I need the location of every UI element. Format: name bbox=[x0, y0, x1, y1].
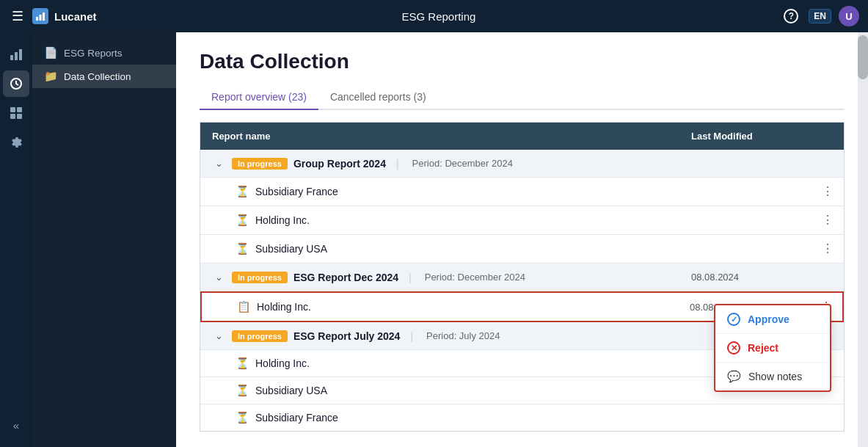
row-name-cell: ⏳ Subsidiary USA bbox=[200, 377, 679, 404]
sidebar-icon-settings[interactable] bbox=[3, 129, 29, 156]
row-actions-cell: ⋮ bbox=[812, 206, 844, 234]
header-last-modified: Last Modified bbox=[679, 123, 812, 150]
sidebar-item-data-collection[interactable]: 📁 Data Collection bbox=[32, 65, 176, 88]
approve-icon: ✓ bbox=[727, 313, 740, 326]
main-content: Data Collection Report overview (23) Can… bbox=[176, 32, 868, 447]
sub-report-name: Holding Inc. bbox=[255, 357, 310, 369]
status-badge: In progress bbox=[232, 330, 288, 342]
text-sidebar: 📄 ESG Reports 📁 Data Collection bbox=[32, 32, 176, 447]
help-button[interactable]: ? bbox=[781, 6, 801, 26]
scrollbar[interactable] bbox=[858, 32, 868, 447]
period-label: Period: December 2024 bbox=[412, 158, 513, 169]
more-actions-button[interactable]: ⋮ bbox=[819, 213, 836, 228]
group-report-label: ESG Report Dec 2024 bbox=[293, 272, 398, 283]
row-actions-cell bbox=[812, 271, 844, 284]
sub-report-name: Holding Inc. bbox=[255, 214, 310, 226]
svg-rect-7 bbox=[10, 107, 15, 112]
row-name-cell: ⏳ Subsidiary France bbox=[200, 404, 679, 431]
row-name-cell: ⌄ In progress ESG Report July 2024 | Per… bbox=[200, 322, 679, 349]
app-logo: Lucanet bbox=[32, 8, 97, 24]
clock-icon: ⏳ bbox=[236, 242, 249, 255]
row-modified-cell bbox=[679, 411, 812, 424]
document-icon: 📋 bbox=[237, 300, 251, 313]
row-name-cell: ⏳ Holding Inc. bbox=[200, 350, 679, 377]
table-header-row: Report name Last Modified bbox=[200, 123, 844, 150]
tab-cancelled-reports[interactable]: Cancelled reports (3) bbox=[318, 85, 438, 110]
row-actions-cell bbox=[812, 157, 844, 170]
svg-rect-9 bbox=[10, 114, 15, 119]
sidebar-icon-grid[interactable] bbox=[3, 100, 29, 126]
row-modified-cell bbox=[679, 157, 812, 170]
sub-report-name: Subsidiary USA bbox=[255, 385, 327, 396]
svg-rect-5 bbox=[19, 49, 22, 60]
sub-report-name: Subsidiary USA bbox=[255, 243, 327, 255]
notes-icon: 💬 bbox=[727, 370, 741, 383]
svg-rect-4 bbox=[15, 52, 18, 60]
table-row: ⏳ Holding Inc. ⋮ bbox=[200, 206, 844, 235]
status-badge: In progress bbox=[232, 272, 288, 283]
row-name-cell: 📋 Holding Inc. bbox=[202, 294, 678, 320]
sidebar-item-data-collection-label: Data Collection bbox=[64, 71, 131, 82]
sidebar-icon-esg[interactable] bbox=[3, 70, 29, 97]
table-row: ⌄ In progress ESG Report Dec 2024 | Peri… bbox=[200, 264, 844, 291]
row-name-cell: ⏳ Subsidiary USA bbox=[200, 236, 679, 262]
period-label: Period: December 2024 bbox=[425, 272, 525, 283]
topnav-actions: ? EN U bbox=[781, 6, 859, 26]
clock-icon: ⏳ bbox=[236, 357, 249, 370]
row-name-cell: ⌄ In progress Group Report 2024 | Period… bbox=[200, 150, 679, 177]
row-actions-cell: ⋮ bbox=[812, 178, 844, 206]
language-selector[interactable]: EN bbox=[809, 9, 831, 23]
svg-rect-2 bbox=[43, 12, 45, 21]
tab-report-overview[interactable]: Report overview (23) bbox=[200, 85, 318, 110]
group-report-label: ESG Report July 2024 bbox=[293, 330, 401, 342]
sub-report-name: Holding Inc. bbox=[257, 301, 311, 313]
svg-rect-3 bbox=[10, 55, 13, 60]
row-actions-cell: ⋮ bbox=[812, 235, 844, 263]
user-avatar[interactable]: U bbox=[839, 6, 859, 26]
logo-icon bbox=[32, 8, 48, 24]
row-modified-cell bbox=[679, 185, 812, 198]
main-layout: « 📄 ESG Reports 📁 Data Collection Data C… bbox=[0, 32, 868, 447]
clock-icon: ⏳ bbox=[236, 384, 249, 397]
status-badge: In progress bbox=[232, 158, 288, 170]
sidebar-collapse-button[interactable]: « bbox=[3, 412, 29, 438]
hamburger-menu-button[interactable]: ☰ bbox=[9, 5, 26, 27]
table-row: ⌄ In progress Group Report 2024 | Period… bbox=[200, 150, 844, 178]
clock-icon: ⏳ bbox=[236, 185, 249, 198]
esg-reports-icon: 📄 bbox=[44, 46, 58, 59]
svg-rect-10 bbox=[17, 114, 22, 119]
icon-sidebar: « bbox=[0, 32, 32, 447]
sidebar-icon-charts[interactable] bbox=[3, 41, 29, 68]
app-name-label: Lucanet bbox=[54, 10, 97, 23]
top-navigation: ☰ Lucanet ESG Reporting ? EN U bbox=[0, 0, 868, 32]
row-expand-button[interactable]: ⌄ bbox=[212, 156, 226, 170]
table-row: ⏳ Subsidiary USA ⋮ bbox=[200, 235, 844, 264]
svg-rect-0 bbox=[36, 17, 38, 21]
period-label: Period: July 2024 bbox=[426, 330, 500, 341]
sidebar-item-esg-reports-label: ESG Reports bbox=[64, 48, 123, 59]
clock-icon: ⏳ bbox=[236, 214, 249, 227]
table-row: ⏳ Subsidiary France bbox=[200, 404, 844, 431]
more-actions-button[interactable]: ⋮ bbox=[819, 241, 836, 256]
row-name-cell: ⏳ Holding Inc. bbox=[200, 207, 679, 233]
row-modified-cell: 08.08.2024 bbox=[679, 265, 812, 289]
tabs-bar: Report overview (23) Cancelled reports (… bbox=[200, 85, 845, 110]
scroll-thumb[interactable] bbox=[858, 35, 868, 79]
sidebar-item-esg-reports[interactable]: 📄 ESG Reports bbox=[32, 41, 176, 65]
svg-rect-8 bbox=[17, 107, 22, 112]
context-menu-reject[interactable]: ✕ Reject bbox=[715, 334, 830, 363]
more-actions-button[interactable]: ⋮ bbox=[819, 184, 836, 199]
row-name-cell: ⏳ Subsidiary France bbox=[200, 178, 679, 205]
row-expand-button[interactable]: ⌄ bbox=[212, 270, 226, 284]
page-title: Data Collection bbox=[200, 50, 845, 73]
context-menu-show-notes[interactable]: 💬 Show notes bbox=[715, 363, 830, 390]
table-row: ⏳ Subsidiary France ⋮ bbox=[200, 178, 844, 206]
context-menu: ✓ Approve ✕ Reject 💬 Show notes bbox=[714, 304, 831, 392]
context-menu-approve[interactable]: ✓ Approve bbox=[715, 305, 830, 334]
svg-rect-1 bbox=[40, 15, 42, 21]
row-name-cell: ⌄ In progress ESG Report Dec 2024 | Peri… bbox=[200, 264, 679, 291]
sub-report-name: Subsidiary France bbox=[255, 186, 338, 197]
header-actions bbox=[812, 123, 844, 150]
header-report-name: Report name bbox=[200, 123, 679, 150]
row-expand-button[interactable]: ⌄ bbox=[212, 329, 226, 343]
